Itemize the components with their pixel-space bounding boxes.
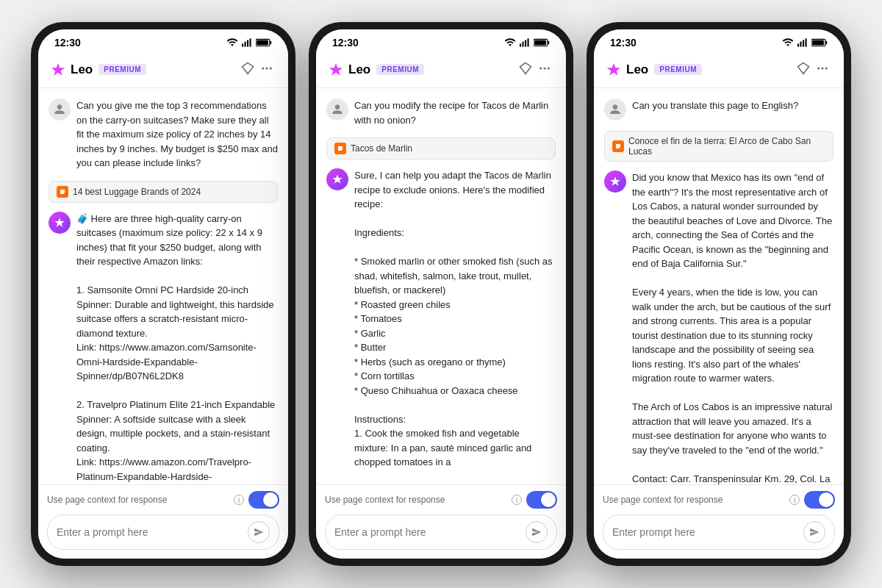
svg-rect-13 xyxy=(528,38,529,46)
signal-icon xyxy=(797,38,808,47)
svg-point-9 xyxy=(270,68,272,70)
send-button[interactable] xyxy=(526,521,548,543)
wifi-icon xyxy=(504,38,516,47)
context-label: Use page context for response xyxy=(325,495,507,505)
phone-screen: 12:30 xyxy=(38,29,288,559)
svg-rect-3 xyxy=(250,38,251,46)
leo-star-icon xyxy=(50,62,66,78)
more-options-button[interactable] xyxy=(813,59,832,80)
status-bar: 12:30 xyxy=(316,29,566,53)
svg-rect-22 xyxy=(803,40,804,47)
status-icons xyxy=(782,38,828,47)
status-icons xyxy=(504,38,550,47)
svg-point-17 xyxy=(539,68,542,70)
context-toggle[interactable] xyxy=(248,491,279,509)
send-button[interactable] xyxy=(248,521,270,543)
context-info-icon[interactable]: i xyxy=(789,495,800,505)
svg-point-19 xyxy=(548,68,550,70)
context-row: Use page context for response i xyxy=(325,491,557,509)
chat-area: Can you modify the recipe for Tacos de M… xyxy=(316,88,566,484)
wifi-icon xyxy=(782,38,794,47)
header-leo-label: Leo xyxy=(348,62,370,77)
svg-rect-21 xyxy=(800,42,802,47)
context-toggle[interactable] xyxy=(804,491,835,509)
wifi-icon xyxy=(226,38,238,47)
diamond-icon-button[interactable] xyxy=(794,59,813,80)
user-avatar xyxy=(326,98,348,121)
user-avatar xyxy=(49,98,71,121)
premium-badge: PREMIUM xyxy=(376,64,424,75)
diamond-icon-button[interactable] xyxy=(238,59,257,80)
svg-rect-12 xyxy=(525,40,526,47)
footer: Use page context for response i xyxy=(38,484,288,559)
context-info-icon[interactable]: i xyxy=(512,495,522,505)
user-message-row: Can you give me the top 3 recommendation… xyxy=(49,98,278,171)
user-message-text: Can you translate this page to English? xyxy=(632,98,833,113)
svg-point-29 xyxy=(825,68,828,70)
prompt-input[interactable] xyxy=(57,526,242,538)
toggle-knob xyxy=(263,492,278,507)
chat-area: Can you give me the top 3 recommendation… xyxy=(38,88,288,484)
phone-screen: 12:30 xyxy=(594,29,844,559)
context-row: Use page context for response i xyxy=(603,491,835,509)
prompt-input[interactable] xyxy=(612,526,797,538)
svg-point-28 xyxy=(822,68,824,70)
leo-avatar xyxy=(326,168,348,190)
source-chip-text: Tacos de Marlin xyxy=(351,143,412,154)
source-chip-icon xyxy=(57,186,68,198)
status-icons xyxy=(226,38,272,47)
svg-rect-26 xyxy=(812,40,824,45)
more-options-button[interactable] xyxy=(257,59,276,80)
ai-message-text: Sure, I can help you adapt the Tacos de … xyxy=(354,168,556,470)
send-button[interactable] xyxy=(803,521,825,543)
more-options-button[interactable] xyxy=(535,59,554,80)
svg-rect-2 xyxy=(247,40,248,47)
phone-screen: 12:30 xyxy=(316,29,566,559)
header: Leo PREMIUM xyxy=(594,53,844,88)
user-message-text: Can you modify the recipe for Tacos de M… xyxy=(354,98,556,127)
svg-rect-5 xyxy=(270,41,271,45)
leo-star-icon xyxy=(606,62,622,78)
leo-avatar xyxy=(49,212,71,234)
prompt-input[interactable] xyxy=(334,526,520,538)
chat-area: Can you translate this page to English? … xyxy=(594,88,844,484)
svg-rect-1 xyxy=(245,42,246,47)
svg-rect-15 xyxy=(548,41,549,45)
signal-icon xyxy=(242,38,252,47)
context-label: Use page context for response xyxy=(47,495,229,505)
ai-message-text: Did you know that Mexico has its own "en… xyxy=(632,171,833,484)
prompt-input-row xyxy=(47,514,279,550)
svg-point-7 xyxy=(262,68,264,70)
source-chip: Tacos de Marlin xyxy=(326,137,556,159)
ai-message-row: Did you know that Mexico has its own "en… xyxy=(604,171,833,484)
context-toggle[interactable] xyxy=(526,491,557,509)
footer: Use page context for response i xyxy=(594,484,844,559)
source-chip-text: Conoce el fin de la tierra: El Arco de C… xyxy=(628,136,825,157)
status-bar: 12:30 xyxy=(38,29,288,53)
user-message-text: Can you give me the top 3 recommendation… xyxy=(76,98,278,171)
premium-badge: PREMIUM xyxy=(98,64,146,75)
header-leo-label: Leo xyxy=(71,62,93,77)
battery-icon xyxy=(534,38,550,47)
svg-rect-25 xyxy=(825,41,827,45)
ai-message-text: 🧳 Here are three high-quality carry-on s… xyxy=(76,212,278,485)
toggle-knob xyxy=(541,492,556,507)
phone-2: 12:30 xyxy=(309,22,573,566)
svg-rect-6 xyxy=(257,40,268,45)
context-info-icon[interactable]: i xyxy=(234,495,244,505)
footer: Use page context for response i xyxy=(316,484,566,559)
leo-star-icon xyxy=(328,62,344,78)
toggle-knob xyxy=(819,492,833,507)
status-time: 12:30 xyxy=(54,37,81,49)
context-label: Use page context for response xyxy=(603,495,785,505)
prompt-input-row xyxy=(325,514,557,550)
phones-container: 12:30 xyxy=(16,7,866,581)
user-message-row: Can you modify the recipe for Tacos de M… xyxy=(326,98,556,127)
svg-point-8 xyxy=(266,68,268,70)
svg-rect-23 xyxy=(806,38,807,46)
status-bar: 12:30 xyxy=(594,29,844,53)
prompt-input-row xyxy=(603,514,835,550)
diamond-icon-button[interactable] xyxy=(516,59,535,80)
phone-3: 12:30 xyxy=(587,22,851,566)
premium-badge: PREMIUM xyxy=(654,64,702,75)
